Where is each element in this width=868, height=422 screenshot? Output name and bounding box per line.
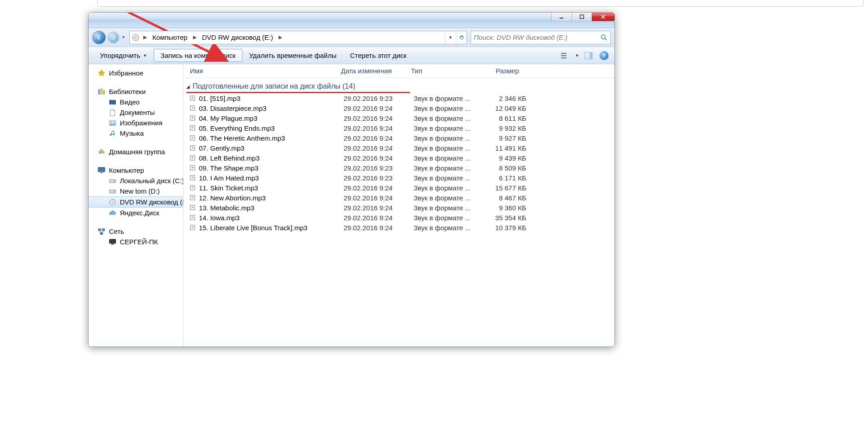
file-row[interactable]: 03. Disasterpiece.mp329.02.2016 9:24Звук… xyxy=(184,103,614,113)
file-row[interactable]: 06. The Heretic Anthem.mp329.02.2016 9:2… xyxy=(184,133,614,143)
column-header-date[interactable]: Дата изменения xyxy=(337,64,407,77)
file-row[interactable]: 08. Left Behind.mp329.02.2016 9:24Звук в… xyxy=(184,153,614,163)
file-name: 05. Everything Ends.mp3 xyxy=(199,124,275,132)
sidebar-drive-e[interactable]: DVD RW дисковод (E:) xyxy=(89,196,183,208)
sidebar-drive-c[interactable]: Локальный диск (C:) xyxy=(89,175,183,186)
search-input[interactable]: Поиск: DVD RW дисковод (E:) xyxy=(471,31,611,44)
file-row[interactable]: 15. Liberate Live [Bonus Track].mp329.02… xyxy=(184,223,614,232)
sidebar-network[interactable]: Сеть xyxy=(89,226,183,237)
column-headers[interactable]: Имя Дата изменения Тип Размер xyxy=(184,64,614,78)
preview-pane-button[interactable] xyxy=(583,50,594,62)
search-icon[interactable] xyxy=(600,34,608,41)
burn-queue-icon xyxy=(190,105,195,111)
file-size: 9 927 КБ xyxy=(484,134,529,142)
file-row[interactable]: 10. I Am Hated.mp329.02.2016 9:23Звук в … xyxy=(184,173,614,183)
help-icon: ? xyxy=(599,51,609,60)
file-name: 06. The Heretic Anthem.mp3 xyxy=(199,134,285,142)
file-row[interactable]: 07. Gently.mp329.02.2016 9:24Звук в форм… xyxy=(184,143,614,153)
file-row[interactable]: 01. [515].mp329.02.2016 9:23Звук в форма… xyxy=(184,93,614,103)
address-dropdown-button[interactable]: ▼ xyxy=(445,31,456,44)
breadcrumb-drive[interactable]: DVD RW дисковод (E:) xyxy=(200,33,275,42)
erase-label: Стереть этот диск xyxy=(350,52,406,59)
window-titlebar[interactable] xyxy=(89,13,614,28)
sidebar-yandex-disk[interactable]: Яндекс.Диск xyxy=(89,208,183,218)
column-header-size[interactable]: Размер xyxy=(477,64,523,77)
breadcrumb-computer[interactable]: Компьютер xyxy=(151,33,189,42)
svg-rect-0 xyxy=(560,18,563,19)
drive-icon xyxy=(108,177,116,185)
file-row[interactable]: 11. Skin Ticket.mp329.02.2016 9:24Звук в… xyxy=(184,183,614,193)
sidebar-homegroup[interactable]: Домашняя группа xyxy=(89,147,183,157)
organize-menu[interactable]: Упорядочить ▼ xyxy=(93,49,154,62)
sidebar-network-pc[interactable]: СЕРГЕЙ-ПК xyxy=(89,237,183,247)
svg-rect-14 xyxy=(103,90,105,95)
sidebar-libraries[interactable]: Библиотеки xyxy=(89,86,183,97)
burn-to-disc-button[interactable]: Запись на компакт-диск xyxy=(154,49,242,62)
chevron-right-icon[interactable]: ▶ xyxy=(276,34,285,40)
file-date: 29.02.2016 9:24 xyxy=(344,154,414,162)
file-row[interactable]: 12. New Abortion.mp329.02.2016 9:24Звук … xyxy=(184,193,614,203)
video-icon xyxy=(108,98,116,106)
file-size: 15 677 КБ xyxy=(484,184,529,192)
file-date: 29.02.2016 9:24 xyxy=(344,184,414,192)
column-header-type[interactable]: Тип xyxy=(407,64,477,77)
command-toolbar: Упорядочить ▼ Запись на компакт-диск Уда… xyxy=(89,47,614,64)
navigation-pane[interactable]: Избранное Библиотеки Видео xyxy=(89,64,184,346)
file-row[interactable]: 14. Iowa.mp329.02.2016 9:24Звук в формат… xyxy=(184,213,614,223)
sidebar-favorites[interactable]: Избранное xyxy=(89,68,183,78)
svg-rect-11 xyxy=(590,52,593,59)
file-type: Звук в формате ... xyxy=(414,154,484,162)
svg-point-30 xyxy=(112,201,113,203)
chevron-right-icon[interactable]: ▶ xyxy=(141,34,150,40)
svg-rect-7 xyxy=(561,53,566,54)
computer-icon xyxy=(98,166,105,174)
sidebar-library-music[interactable]: Музыка xyxy=(89,128,183,138)
file-name: 15. Liberate Live [Bonus Track].mp3 xyxy=(199,224,307,232)
window-minimize-button[interactable] xyxy=(551,13,572,21)
file-row[interactable]: 09. The Shape.mp329.02.2016 9:23Звук в ф… xyxy=(184,163,614,173)
window-close-button[interactable] xyxy=(592,13,614,21)
window-maximize-button[interactable] xyxy=(571,13,592,21)
view-mode-button[interactable] xyxy=(560,50,571,62)
file-size: 10 379 КБ xyxy=(484,224,529,232)
file-date: 29.02.2016 9:24 xyxy=(344,114,414,122)
erase-disc-button[interactable]: Стереть этот диск xyxy=(343,49,413,62)
sidebar-library-video[interactable]: Видео xyxy=(89,97,183,107)
nav-forward-button[interactable] xyxy=(108,32,119,43)
file-type: Звук в формате ... xyxy=(414,124,484,132)
chevron-down-icon[interactable]: ▼ xyxy=(575,53,579,58)
refresh-button[interactable] xyxy=(456,31,467,44)
column-header-name[interactable]: Имя xyxy=(184,64,337,77)
collapse-icon: ◢ xyxy=(186,84,190,89)
file-name: 09. The Shape.mp3 xyxy=(199,164,258,172)
cloud-icon xyxy=(108,209,116,217)
file-type: Звук в формате ... xyxy=(414,104,484,112)
delete-temp-files-button[interactable]: Удалить временные файлы xyxy=(242,49,343,62)
help-button[interactable]: ? xyxy=(598,50,610,62)
file-list-pane[interactable]: Имя Дата изменения Тип Размер ◢ Подготов… xyxy=(184,64,614,346)
sidebar-library-documents[interactable]: Документы xyxy=(89,107,183,118)
sidebar-drive-d[interactable]: New tom (D:) xyxy=(89,186,183,196)
file-group-header[interactable]: ◢ Подготовленные для записи на диск файл… xyxy=(184,78,614,93)
file-name: 13. Metabolic.mp3 xyxy=(199,204,255,212)
file-row[interactable]: 05. Everything Ends.mp329.02.2016 9:24Зв… xyxy=(184,123,614,133)
svg-point-26 xyxy=(114,180,115,181)
file-date: 29.02.2016 9:24 xyxy=(344,144,414,152)
file-date: 29.02.2016 9:24 xyxy=(344,224,414,232)
file-row[interactable]: 04. My Plague.mp329.02.2016 9:24Звук в ф… xyxy=(184,113,614,123)
svg-point-5 xyxy=(601,35,605,39)
svg-rect-17 xyxy=(115,100,116,104)
nav-history-dropdown[interactable]: ▼ xyxy=(121,35,126,39)
file-size: 8 467 КБ xyxy=(484,194,529,202)
file-row[interactable]: 13. Metabolic.mp329.02.2016 9:24Звук в ф… xyxy=(184,203,614,213)
file-size: 9 932 КБ xyxy=(484,124,529,132)
sidebar-library-images[interactable]: Изображения xyxy=(89,118,183,128)
chevron-right-icon[interactable]: ▶ xyxy=(190,34,199,40)
file-size: 9 360 КБ xyxy=(484,204,529,212)
address-breadcrumb[interactable]: ▶ Компьютер ▶ DVD RW дисковод (E:) ▶ ▼ xyxy=(129,31,467,44)
file-name: 11. Skin Ticket.mp3 xyxy=(199,184,258,192)
file-type: Звук в формате ... xyxy=(414,204,484,212)
nav-back-button[interactable] xyxy=(92,31,106,44)
sidebar-computer[interactable]: Компьютер xyxy=(89,165,183,175)
file-size: 6 171 КБ xyxy=(484,174,529,182)
